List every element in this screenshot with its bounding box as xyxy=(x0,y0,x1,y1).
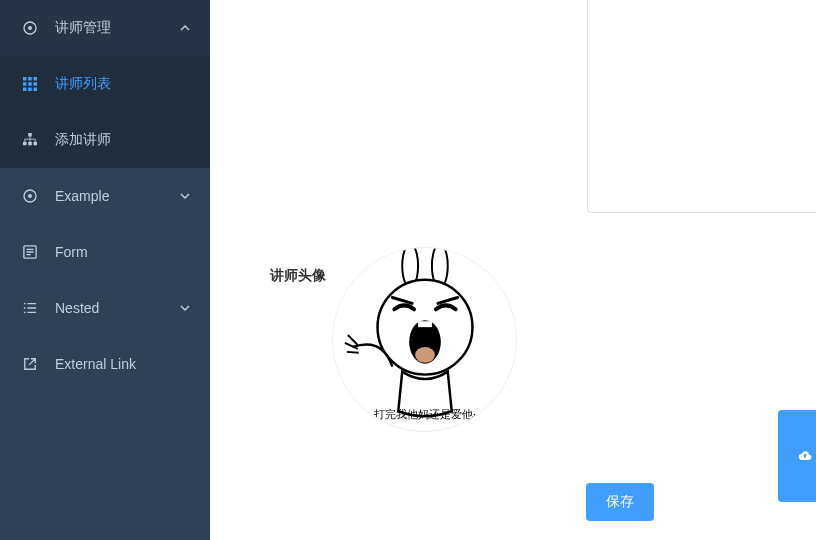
svg-point-1 xyxy=(28,26,32,30)
sidebar-item-teacher-list[interactable]: 讲师列表 xyxy=(0,56,210,112)
main-content: 讲师头像 xyxy=(210,0,816,540)
svg-rect-9 xyxy=(28,88,32,92)
svg-rect-8 xyxy=(23,88,27,92)
avatar-image: 打完我他妈还是爱他· xyxy=(332,247,517,432)
svg-rect-6 xyxy=(28,82,32,86)
svg-rect-13 xyxy=(28,142,32,146)
change-avatar-button[interactable]: 更换头像 xyxy=(778,410,816,502)
svg-rect-11 xyxy=(28,133,32,137)
svg-rect-24 xyxy=(418,321,432,327)
sidebar-item-external-link[interactable]: External Link xyxy=(0,336,210,392)
cloud-upload-icon xyxy=(798,449,812,463)
sidebar-item-label: Example xyxy=(55,188,180,204)
sidebar: 讲师管理 讲师列表 添加讲师 xyxy=(0,0,210,540)
sidebar-item-teacher-management[interactable]: 讲师管理 xyxy=(0,0,210,56)
svg-point-23 xyxy=(415,347,435,363)
svg-rect-14 xyxy=(34,142,38,146)
sidebar-item-label: Form xyxy=(55,244,190,260)
svg-rect-5 xyxy=(23,82,27,86)
sidebar-submenu: 讲师列表 添加讲师 xyxy=(0,56,210,168)
nested-icon xyxy=(20,298,40,318)
sidebar-item-label: 讲师列表 xyxy=(55,75,190,93)
avatar-form-row: 讲师头像 xyxy=(270,247,517,432)
form-icon xyxy=(20,242,40,262)
sidebar-item-add-teacher[interactable]: 添加讲师 xyxy=(0,112,210,168)
svg-point-16 xyxy=(28,194,32,198)
save-label: 保存 xyxy=(606,493,634,511)
dashboard-icon xyxy=(20,186,40,206)
sidebar-item-label: External Link xyxy=(55,356,190,372)
chevron-up-icon xyxy=(180,23,190,33)
svg-rect-2 xyxy=(23,77,27,81)
link-icon xyxy=(20,354,40,374)
svg-rect-3 xyxy=(28,77,32,81)
sidebar-item-label: 讲师管理 xyxy=(55,19,180,37)
sidebar-item-label: 添加讲师 xyxy=(55,131,190,149)
sidebar-item-label: Nested xyxy=(55,300,180,316)
svg-rect-10 xyxy=(34,88,38,92)
svg-rect-4 xyxy=(34,77,38,81)
chevron-down-icon xyxy=(180,303,190,313)
svg-text:打完我他妈还是爱他·: 打完我他妈还是爱他· xyxy=(373,408,476,420)
svg-rect-12 xyxy=(23,142,27,146)
sidebar-item-form[interactable]: Form xyxy=(0,224,210,280)
grid-icon xyxy=(20,74,40,94)
chevron-down-icon xyxy=(180,191,190,201)
sidebar-item-nested[interactable]: Nested xyxy=(0,280,210,336)
avatar-label: 讲师头像 xyxy=(270,247,326,285)
description-textarea[interactable] xyxy=(587,0,816,213)
dashboard-icon xyxy=(20,18,40,38)
svg-rect-7 xyxy=(34,82,38,86)
save-button[interactable]: 保存 xyxy=(586,483,654,521)
sidebar-item-example[interactable]: Example xyxy=(0,168,210,224)
tree-icon xyxy=(20,130,40,150)
